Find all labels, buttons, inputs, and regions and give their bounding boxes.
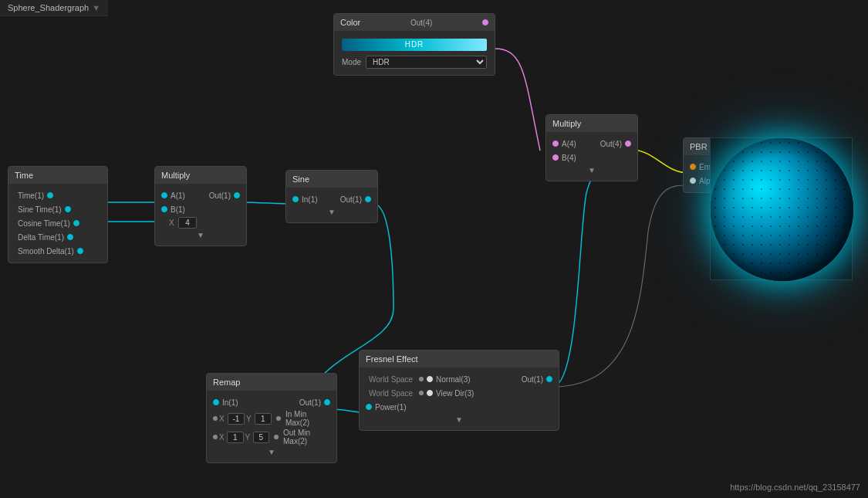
remap-expand[interactable]: ▼	[210, 446, 333, 458]
sine-node-title: Sine	[286, 171, 377, 188]
remap-out-port[interactable]	[324, 399, 330, 405]
multiply1-out-port[interactable]	[234, 192, 240, 198]
fresnel-normal-port[interactable]	[427, 376, 433, 382]
fresnel-node-title: Fresnel Effect	[360, 351, 559, 368]
remap-node: Remap In(1) Out(1) X -1 Y 1 In Min Max(2…	[206, 373, 337, 463]
sine-out-port[interactable]	[365, 196, 371, 202]
remap-inminmax-dot[interactable]	[213, 416, 218, 421]
multiply1-b-row: B(1)	[158, 202, 243, 216]
remap-x2-input[interactable]: 1	[227, 432, 243, 443]
color-mode-select[interactable]: HDR LDR	[366, 56, 487, 69]
time-node: Time Time(1) Sine Time(1) Cosine Time(1)…	[8, 166, 108, 263]
multiply1-out-label: Out(1)	[206, 191, 234, 200]
fresnel-node: Fresnel Effect World Space Normal(3) Out…	[359, 350, 559, 431]
color-out-port[interactable]	[482, 19, 488, 25]
time-output-port[interactable]	[47, 192, 53, 198]
multiply2-node-title: Multiply	[546, 115, 637, 132]
sine-in-label: In(1)	[299, 195, 321, 204]
remap-in-label: In(1)	[219, 398, 241, 407]
color-node-body: HDR Mode HDR LDR	[334, 31, 495, 75]
sine-expand[interactable]: ▼	[289, 206, 374, 218]
remap-in-row: In(1) Out(1)	[210, 395, 333, 409]
smoothdelta-output-row: Smooth Delta(1)	[12, 244, 104, 258]
fresnel-viewdir-port[interactable]	[427, 390, 433, 396]
remap-y2-input[interactable]: 5	[253, 432, 269, 443]
sine-node-body: In(1) Out(1) ▼	[286, 188, 377, 222]
multiply1-node-title: Multiply	[155, 167, 246, 184]
remap-inminmax-row: X -1 Y 1 In Min Max(2)	[210, 409, 333, 428]
remap-x1-label: X	[219, 415, 226, 423]
multiply1-xvalue-row: X 4	[158, 216, 243, 229]
deltatime-output-port[interactable]	[67, 234, 73, 240]
multiply1-x-input[interactable]: 4	[178, 217, 197, 229]
multiply1-b-label: B(1)	[167, 205, 188, 214]
multiply2-out-port[interactable]	[625, 141, 631, 147]
multiply1-node-body: A(1) Out(1) B(1) X 4 ▼	[155, 184, 246, 246]
fresnel-out-port[interactable]	[546, 376, 552, 382]
fresnel-normal-label: Normal(3)	[433, 375, 473, 384]
time-output-label: Time(1)	[15, 191, 47, 200]
remap-inminmax-port[interactable]	[276, 416, 281, 421]
multiply1-expand[interactable]: ▼	[158, 229, 243, 241]
preview-sphere	[711, 138, 853, 281]
fresnel-normal-dot[interactable]	[419, 377, 424, 381]
remap-in-port[interactable]	[213, 399, 219, 405]
fresnel-viewdir-dot[interactable]	[419, 391, 424, 395]
multiply2-node-body: A(4) Out(4) B(4) ▼	[546, 132, 637, 181]
color-node-label: Color	[340, 18, 360, 27]
multiply2-b-input-port[interactable]	[552, 154, 559, 161]
remap-x2-label: X	[219, 433, 225, 442]
smoothdelta-output-port[interactable]	[77, 248, 83, 254]
remap-outminmax-row: X 1 Y 5 Out Min Max(2)	[210, 428, 333, 446]
remap-node-title: Remap	[207, 374, 336, 391]
remap-x1-input[interactable]: -1	[228, 413, 245, 425]
breadcrumb-label[interactable]: Sphere_Shadergraph	[8, 3, 89, 12]
color-node: Color Out(4) HDR Mode HDR LDR	[333, 13, 495, 76]
multiply1-b-input-port[interactable]	[161, 206, 167, 212]
color-hdr-bar[interactable]: HDR	[342, 39, 487, 51]
multiply1-a-input-port[interactable]	[161, 192, 167, 198]
sine-in-port[interactable]	[292, 196, 299, 202]
multiply2-b-row: B(4)	[549, 151, 634, 164]
fresnel-viewdir-prefix: World Space	[366, 389, 416, 398]
multiply1-a-label: A(1)	[167, 191, 188, 200]
fresnel-power-label: Power(1)	[372, 403, 410, 412]
pbr-alpha-port[interactable]	[690, 178, 696, 184]
multiply2-node: Multiply A(4) Out(4) B(4) ▼	[545, 114, 638, 181]
time-node-body: Time(1) Sine Time(1) Cosine Time(1) Delt…	[8, 184, 107, 263]
remap-out-label: Out(1)	[296, 398, 324, 407]
sinetime-output-port[interactable]	[65, 206, 71, 212]
sinetime-output-label: Sine Time(1)	[15, 205, 65, 214]
color-mode-row: Mode HDR LDR	[337, 54, 491, 70]
color-mode-label: Mode	[342, 58, 361, 66]
remap-y2-label: Y	[245, 433, 252, 442]
fresnel-power-port[interactable]	[366, 404, 372, 410]
multiply2-expand[interactable]: ▼	[549, 164, 634, 176]
cosinetime-output-row: Cosine Time(1)	[12, 216, 104, 230]
remap-y1-input[interactable]: 1	[255, 413, 272, 425]
fresnel-viewdir-row: World Space View Dir(3)	[363, 386, 556, 400]
multiply2-out-label: Out(4)	[597, 140, 625, 148]
sine-node: Sine In(1) Out(1) ▼	[285, 170, 378, 223]
sphere-dots	[711, 138, 853, 281]
breadcrumb: Sphere_Shadergraph ▼	[0, 0, 108, 16]
multiply2-a-input-port[interactable]	[552, 141, 559, 147]
watermark: https://blog.csdn.net/qq_23158477	[730, 483, 860, 492]
pbr-emission-port[interactable]	[690, 164, 696, 170]
remap-outminmax-port[interactable]	[274, 435, 279, 439]
remap-node-body: In(1) Out(1) X -1 Y 1 In Min Max(2) X 1 …	[207, 391, 336, 462]
breadcrumb-chevron-icon: ▼	[92, 3, 100, 12]
remap-y1-label: Y	[246, 415, 253, 423]
sine-in-row: In(1) Out(1)	[289, 192, 374, 206]
multiply1-a-row: A(1) Out(1)	[158, 188, 243, 202]
fresnel-expand[interactable]: ▼	[363, 414, 556, 425]
remap-outminmax-dot[interactable]	[213, 435, 218, 439]
time-node-title: Time	[8, 167, 107, 184]
multiply2-a-row: A(4) Out(4)	[549, 137, 634, 151]
multiply1-x-label: X	[169, 219, 177, 227]
preview-container	[710, 137, 853, 280]
sinetime-output-row: Sine Time(1)	[12, 202, 104, 216]
cosinetime-output-port[interactable]	[73, 220, 79, 226]
multiply2-a-label: A(4)	[559, 140, 579, 148]
deltatime-output-label: Delta Time(1)	[15, 233, 67, 242]
